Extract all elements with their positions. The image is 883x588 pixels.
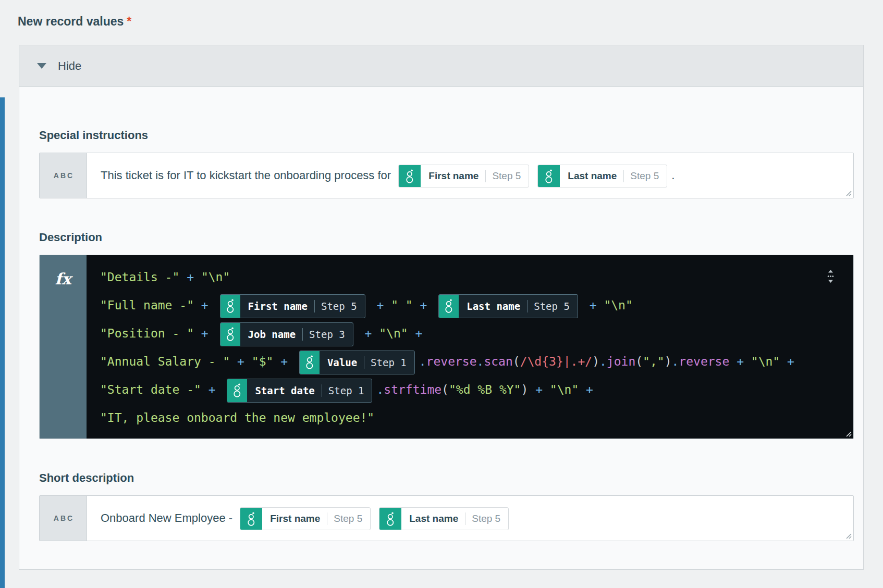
token-pill[interactable]: Last nameStep 5 — [537, 165, 667, 187]
code-str: "Start date -" — [100, 383, 201, 396]
code-dot: . — [599, 355, 607, 368]
token-step: Step 5 — [528, 294, 578, 318]
code-str: "IT, please onboard the new employee!" — [100, 411, 374, 424]
code-meth: strftime — [384, 383, 442, 396]
code-str: "$" — [252, 355, 274, 368]
code-line: "Start date -" + Start dateStep 1.strfti… — [100, 376, 853, 404]
code-punc: ) — [592, 355, 599, 368]
token-label: First name — [262, 507, 327, 530]
code-op: + — [358, 327, 379, 340]
greenhouse-icon — [220, 323, 240, 346]
resize-grip-icon[interactable] — [845, 190, 852, 196]
panel-body: Special instructions ABC This ticket is … — [19, 87, 863, 541]
hide-toggle-button[interactable]: Hide — [19, 45, 863, 87]
drag-handle-icon[interactable] — [827, 270, 835, 283]
code-line: "IT, please onboard the new employee!" — [100, 404, 853, 432]
hide-label: Hide — [58, 59, 81, 73]
code-dot: . — [477, 355, 484, 368]
token-pill[interactable]: Job nameStep 3 — [220, 322, 353, 346]
greenhouse-icon — [439, 295, 459, 318]
token-step: Step 5 — [327, 507, 370, 530]
token-pill[interactable]: First nameStep 5 — [398, 165, 529, 187]
input-text: This ticket is for IT to kickstart the o… — [101, 169, 394, 182]
required-asterisk: * — [127, 15, 131, 28]
code-str: " " — [391, 298, 413, 312]
code-op: + — [780, 355, 794, 368]
code-punc: ( — [442, 383, 449, 396]
code-line: "Details -" + "\n" — [100, 263, 853, 291]
token-pill[interactable]: Last nameStep 5 — [438, 294, 578, 318]
fx-badge-text: fx — [55, 270, 71, 288]
record-values-panel: Hide Special instructions ABC This ticke… — [19, 45, 864, 570]
code-op: + — [230, 355, 252, 368]
token-step: Step 5 — [624, 165, 667, 187]
code-op: + — [582, 298, 604, 312]
short-description-section: Short description ABC Onboard New Employ… — [39, 471, 843, 541]
resize-grip-icon[interactable] — [845, 430, 852, 437]
token-step: Step 3 — [303, 322, 353, 346]
short-description-label: Short description — [39, 471, 843, 485]
code-str: "\n" — [201, 270, 230, 284]
code-line: "Annual Salary - " + "$" + ValueStep 1.r… — [100, 347, 853, 376]
code-regex: /\d{3}|.+/ — [520, 355, 592, 368]
token-step: Step 5 — [486, 165, 529, 187]
token-pill[interactable]: First nameStep 5 — [220, 294, 365, 318]
token-pill[interactable]: ValueStep 1 — [299, 351, 415, 374]
token-pill[interactable]: Last nameStep 5 — [379, 507, 509, 530]
short-description-field: ABC Onboard New Employee - First nameSte… — [39, 495, 854, 541]
code-str: "\n" — [751, 355, 780, 368]
short-description-input[interactable]: Onboard New Employee - First nameStep 5L… — [87, 496, 853, 541]
special-instructions-input[interactable]: This ticket is for IT to kickstart the o… — [87, 153, 853, 198]
left-edge-panel-fragment — [0, 97, 5, 588]
code-meth: reverse — [679, 355, 729, 368]
token-label: First name — [421, 165, 485, 187]
code-str: "\n" — [550, 383, 579, 396]
token-step: Step 5 — [465, 507, 508, 530]
code-str: "Annual Salary - " — [100, 355, 230, 368]
special-instructions-field: ABC This ticket is for IT to kickstart t… — [39, 153, 854, 198]
greenhouse-icon — [300, 351, 320, 374]
special-instructions-section: Special instructions ABC This ticket is … — [39, 129, 843, 198]
description-section: Description fx "Details -" + "\n""Full n… — [39, 231, 843, 439]
resize-grip-icon[interactable] — [845, 532, 852, 539]
code-str: "\n" — [604, 298, 632, 312]
description-label: Description — [39, 231, 843, 244]
code-op: + — [413, 298, 435, 312]
greenhouse-icon — [399, 165, 421, 187]
code-dot: . — [672, 355, 679, 368]
chevron-down-icon — [37, 63, 46, 69]
code-punc: ( — [513, 355, 520, 368]
description-field: fx "Details -" + "\n""Full name -" + Fir… — [39, 255, 854, 439]
code-line: "Full name -" + First nameStep 5 + " " +… — [100, 291, 853, 319]
code-dot: . — [376, 383, 384, 396]
token-pill[interactable]: First nameStep 5 — [240, 507, 371, 530]
token-label: Value — [320, 351, 364, 374]
code-str: "Details -" — [100, 270, 179, 284]
code-op: + — [179, 270, 201, 284]
code-str: "Full name -" — [100, 298, 194, 312]
token-step: Step 1 — [364, 351, 414, 374]
code-op: + — [194, 327, 216, 340]
code-op: + — [408, 327, 423, 340]
token-label: Last name — [459, 294, 527, 318]
code-punc: ) — [665, 355, 672, 368]
code-op: + — [729, 355, 751, 368]
token-label: Last name — [401, 507, 465, 530]
token-label: Last name — [560, 165, 623, 187]
greenhouse-icon — [240, 508, 262, 530]
code-str: "Position - " — [100, 327, 194, 340]
text-type-badge: ABC — [40, 496, 87, 541]
token-label: First name — [240, 294, 314, 318]
page-title-text: New record values — [18, 15, 124, 28]
description-code-editor[interactable]: "Details -" + "\n""Full name -" + First … — [87, 255, 853, 439]
code-op: + — [273, 355, 295, 368]
greenhouse-icon — [379, 508, 401, 530]
abc-badge-text: ABC — [52, 514, 74, 522]
greenhouse-icon — [538, 165, 560, 187]
code-op: + — [201, 383, 223, 396]
code-meth: scan — [484, 355, 512, 368]
token-label: Job name — [240, 322, 303, 346]
code-lines: "Details -" + "\n""Full name -" + First … — [100, 263, 853, 432]
code-op: + — [579, 383, 593, 396]
token-pill[interactable]: Start dateStep 1 — [227, 379, 372, 403]
